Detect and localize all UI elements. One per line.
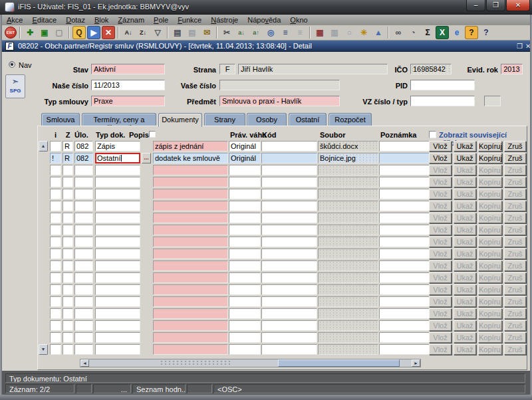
cell-soubor[interactable] <box>318 284 378 295</box>
cell-poznamka[interactable] <box>379 165 434 175</box>
cell-popis[interactable] <box>153 344 228 355</box>
cell-poznamka[interactable] <box>379 344 434 355</box>
popis-filter-checkbox[interactable] <box>149 131 156 138</box>
cell-kod[interactable] <box>261 189 317 199</box>
cell-z[interactable]: R <box>63 141 73 151</box>
cell-kod[interactable] <box>261 284 317 295</box>
cell-typ[interactable] <box>95 237 140 247</box>
cell-prav[interactable] <box>229 165 261 175</box>
cell-poznamka[interactable] <box>379 320 434 331</box>
record-scroll-down[interactable]: ▼ <box>39 344 48 355</box>
cell-ulo[interactable] <box>74 308 93 319</box>
cell-i[interactable] <box>50 177 61 187</box>
cell-popis[interactable] <box>153 213 228 223</box>
cell-typ[interactable] <box>95 296 140 307</box>
cell-z[interactable] <box>63 237 73 247</box>
cell-typ[interactable]: Zápis <box>95 141 140 151</box>
cell-poznamka[interactable] <box>379 177 434 187</box>
cell-soubor[interactable] <box>318 165 378 175</box>
vz-cislo-field[interactable] <box>410 96 475 106</box>
cell-popis[interactable] <box>153 284 228 295</box>
cell-poznamka[interactable] <box>379 201 434 211</box>
cell-kod[interactable] <box>261 213 317 223</box>
cell-poznamka[interactable] <box>379 189 434 199</box>
cell-soubor[interactable] <box>318 296 378 307</box>
cell-kod[interactable] <box>261 141 317 151</box>
cell-ulo[interactable] <box>74 296 93 307</box>
scroll-left-arrow[interactable]: ◄ <box>80 359 89 367</box>
cell-prav[interactable] <box>229 332 261 343</box>
cell-poznamka[interactable] <box>379 284 434 295</box>
vlo-button[interactable]: Vlož <box>429 141 452 151</box>
pid-field[interactable] <box>410 80 475 90</box>
cell-i[interactable] <box>50 189 61 199</box>
nase-cislo-field[interactable]: 11/2013 <box>91 80 165 90</box>
cell-i[interactable] <box>50 260 61 271</box>
cell-poznamka[interactable] <box>379 260 434 271</box>
cell-ulo[interactable] <box>74 213 93 223</box>
menu-item-akce[interactable]: Akce <box>2 15 27 25</box>
cell-ulo[interactable] <box>74 177 93 187</box>
kopruj-button[interactable]: Kopíruj <box>478 153 502 163</box>
record-scroll-up[interactable]: ▲ <box>39 141 48 151</box>
cell-z[interactable] <box>63 272 73 283</box>
vz-typ-box[interactable] <box>484 96 501 106</box>
cell-popis[interactable] <box>153 320 228 331</box>
minimize-button[interactable]: – <box>466 0 485 11</box>
menu-item-funkce[interactable]: Funkce <box>173 15 206 25</box>
cell-z[interactable] <box>63 189 73 199</box>
cell-soubor[interactable] <box>318 308 378 319</box>
cell-poznamka[interactable] <box>379 332 434 343</box>
cell-ulo[interactable] <box>74 189 93 199</box>
cell-popis[interactable] <box>153 225 228 235</box>
cell-kod[interactable] <box>261 165 317 175</box>
print-icon[interactable]: ▤ <box>171 26 184 39</box>
cell-soubor[interactable] <box>318 225 378 235</box>
menu-item-nástroje[interactable]: Nástroje <box>206 15 243 25</box>
cell-i[interactable] <box>50 320 61 331</box>
cell-popis[interactable] <box>153 260 228 271</box>
tab-strany[interactable]: Strany <box>204 113 245 126</box>
cell-soubor[interactable]: škůdci.docx <box>318 141 378 151</box>
execute-query-icon[interactable]: ▶ <box>87 26 100 39</box>
cell-kod[interactable] <box>261 225 317 235</box>
cell-soubor[interactable] <box>318 177 378 187</box>
cell-typ[interactable] <box>95 308 140 319</box>
cell-prav[interactable] <box>229 237 261 247</box>
cancel-query-icon[interactable]: ✕ <box>102 26 115 39</box>
menu-item-editace[interactable]: Editace <box>27 15 61 25</box>
cell-ulo[interactable] <box>74 201 93 211</box>
cell-i[interactable] <box>50 165 61 175</box>
cell-popis[interactable]: zápis z jednání <box>153 141 228 151</box>
cell-i[interactable] <box>50 332 61 343</box>
links-icon[interactable]: ✳ <box>357 26 370 39</box>
cell-ulo[interactable] <box>74 284 93 295</box>
find-icon[interactable]: ◎ <box>264 26 277 39</box>
cell-soubor[interactable] <box>318 260 378 271</box>
menu-item-okno[interactable]: Okno <box>285 15 312 25</box>
cell-soubor[interactable] <box>318 272 378 283</box>
cell-i[interactable]: ! <box>50 153 61 163</box>
cell-i[interactable] <box>50 249 61 259</box>
context-help-icon[interactable]: ? <box>465 26 478 39</box>
glasses-icon[interactable]: ∞ <box>392 26 405 39</box>
cell-ulo[interactable] <box>74 225 93 235</box>
close-button[interactable]: ✕ <box>506 0 530 11</box>
cell-typ[interactable] <box>95 320 140 331</box>
cell-poznamka[interactable] <box>379 249 434 259</box>
tab-rozpo-et[interactable]: Rozpočet <box>329 113 372 126</box>
scroll-right-arrow[interactable]: ► <box>412 359 420 367</box>
cell-z[interactable] <box>63 260 73 271</box>
cell-poznamka[interactable] <box>379 296 434 307</box>
cell-prav[interactable] <box>229 189 261 199</box>
cell-poznamka[interactable] <box>379 153 434 163</box>
cell-poznamka[interactable] <box>379 213 434 223</box>
cell-soubor[interactable]: Bojnice.jpg <box>318 153 378 163</box>
cell-z[interactable] <box>63 225 73 235</box>
tab-dokumenty[interactable]: Dokumenty <box>158 113 202 127</box>
show-attachments-checkbox[interactable] <box>429 131 436 138</box>
cell-popis[interactable] <box>153 189 228 199</box>
enter-query-icon[interactable]: Q <box>72 26 86 39</box>
cell-popis[interactable] <box>153 249 228 259</box>
cell-typ[interactable] <box>95 201 140 211</box>
